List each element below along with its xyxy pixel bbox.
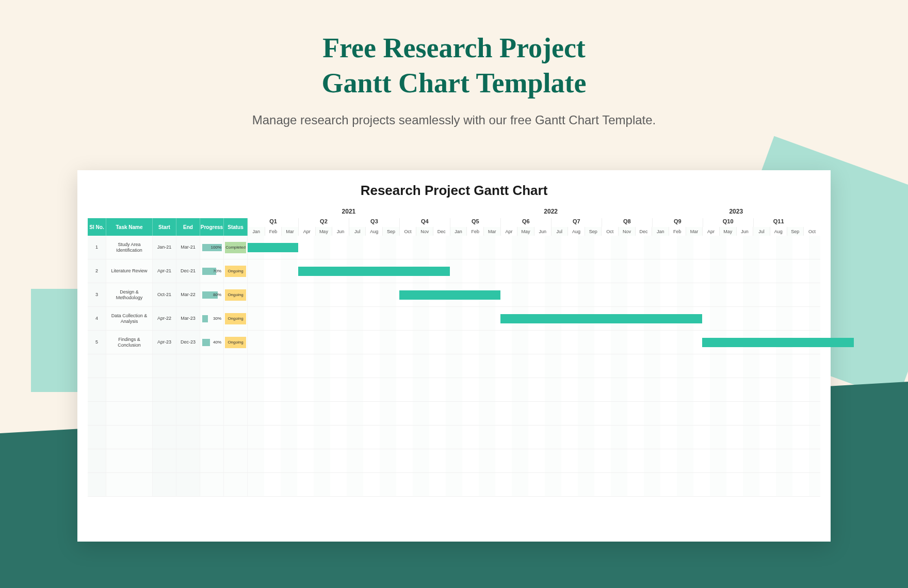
gantt-card: Research Project Gantt Chart 20212022202… — [77, 170, 831, 542]
gantt-bar-track — [248, 259, 820, 283]
cell-start: Oct-21 — [153, 283, 176, 306]
page-title: Free Research Project Gantt Chart Templa… — [0, 31, 908, 101]
month-label: Jan — [248, 227, 265, 236]
empty-row — [88, 473, 820, 497]
gantt-bar — [500, 314, 703, 323]
cell-task-name: Study Area Identification — [106, 236, 153, 259]
gantt-bar — [298, 267, 450, 276]
table-row: 4Data Collection & AnalysisApr-22Mar-233… — [88, 307, 820, 331]
quarter-label: Q1 — [248, 218, 298, 227]
col-header-start: Start — [153, 218, 176, 236]
gantt-bar-track — [248, 283, 820, 306]
gantt-bar — [702, 338, 854, 347]
page-header: Free Research Project Gantt Chart Templa… — [0, 0, 908, 127]
status-badge: Ongoing — [225, 313, 246, 324]
quarter-label: Q4 — [399, 218, 450, 227]
month-label: Mar — [281, 227, 298, 236]
status-badge: Ongoing — [225, 289, 246, 301]
month-label: Mar — [686, 227, 703, 236]
gantt-chart: 202120222023 Sl No. Task Name Start End … — [88, 208, 820, 497]
month-label: Sep — [382, 227, 399, 236]
cell-status: Ongoing — [224, 307, 248, 330]
gantt-bar-track — [248, 307, 820, 330]
cell-sl: 2 — [88, 259, 106, 283]
month-label: Aug — [365, 227, 382, 236]
col-header-sl: Sl No. — [88, 218, 106, 236]
cell-progress: 40% — [200, 331, 224, 354]
empty-row — [88, 378, 820, 402]
month-label: Jan — [450, 227, 467, 236]
quarter-label: Q10 — [703, 218, 753, 227]
month-label: Apr — [298, 227, 315, 236]
month-label: Oct — [399, 227, 416, 236]
table-row: 5Findings & ConclusionApr-23Dec-2340%Ong… — [88, 331, 820, 354]
page-subtitle: Manage research projects seamlessly with… — [0, 113, 908, 127]
status-badge: Completed — [225, 242, 246, 253]
month-label: Aug — [568, 227, 585, 236]
cell-start: Apr-23 — [153, 331, 176, 354]
cell-sl: 4 — [88, 307, 106, 330]
month-label: Jul — [349, 227, 366, 236]
cell-start: Apr-21 — [153, 259, 176, 283]
quarter-label: Q7 — [551, 218, 602, 227]
quarter-label: Q2 — [298, 218, 349, 227]
cell-progress: 70% — [200, 259, 224, 283]
cell-sl: 5 — [88, 331, 106, 354]
month-label: May — [719, 227, 736, 236]
gantt-bar — [248, 243, 298, 252]
month-label: Oct — [601, 227, 618, 236]
month-label: Jun — [534, 227, 551, 236]
col-header-task: Task Name — [106, 218, 153, 236]
cell-task-name: Data Collection & Analysis — [106, 307, 153, 330]
cell-end: Dec-23 — [176, 331, 200, 354]
quarter-label: Q5 — [450, 218, 500, 227]
month-label: Feb — [265, 227, 282, 236]
empty-row — [88, 402, 820, 426]
month-label: Aug — [770, 227, 787, 236]
table-row: 1Study Area IdentificationJan-21Mar-2110… — [88, 236, 820, 259]
month-label: Sep — [787, 227, 804, 236]
table-row: 3Design & MethodologyOct-21Mar-2280%Ongo… — [88, 283, 820, 307]
title-line-2: Gantt Chart Template — [322, 68, 587, 99]
quarter-label: Q3 — [349, 218, 399, 227]
month-label: Apr — [702, 227, 719, 236]
month-label: May — [315, 227, 332, 236]
month-label: Jun — [736, 227, 753, 236]
gantt-bar-track — [248, 331, 820, 354]
cell-status: Ongoing — [224, 331, 248, 354]
month-label: Feb — [466, 227, 483, 236]
cell-status: Completed — [224, 236, 248, 259]
cell-start: Apr-22 — [153, 307, 176, 330]
month-label: Jul — [753, 227, 770, 236]
gantt-bar — [399, 290, 500, 300]
empty-row — [88, 354, 820, 378]
month-label: May — [517, 227, 534, 236]
month-label: Feb — [669, 227, 686, 236]
cell-task-name: Findings & Conclusion — [106, 331, 153, 354]
month-label: Apr — [500, 227, 517, 236]
month-label: Nov — [416, 227, 433, 236]
title-line-1: Free Research Project — [322, 32, 586, 63]
col-header-status: Status — [224, 218, 248, 236]
chart-title: Research Project Gantt Chart — [88, 183, 820, 199]
cell-sl: 1 — [88, 236, 106, 259]
cell-progress: 30% — [200, 307, 224, 330]
gantt-bar-track — [248, 236, 820, 259]
cell-end: Mar-22 — [176, 283, 200, 306]
cell-status: Ongoing — [224, 283, 248, 306]
month-label: Mar — [483, 227, 500, 236]
status-badge: Ongoing — [225, 266, 246, 277]
quarter-label: Q9 — [652, 218, 703, 227]
cell-end: Mar-23 — [176, 307, 200, 330]
cell-end: Dec-21 — [176, 259, 200, 283]
cell-task-name: Literature Review — [106, 259, 153, 283]
year-label: 2023 — [652, 208, 820, 218]
empty-row — [88, 449, 820, 473]
cell-task-name: Design & Methodology — [106, 283, 153, 306]
cell-status: Ongoing — [224, 259, 248, 283]
cell-end: Mar-21 — [176, 236, 200, 259]
col-header-end: End — [176, 218, 200, 236]
cell-progress: 100% — [200, 236, 224, 259]
month-label: Nov — [618, 227, 635, 236]
month-label: Oct — [803, 227, 820, 236]
